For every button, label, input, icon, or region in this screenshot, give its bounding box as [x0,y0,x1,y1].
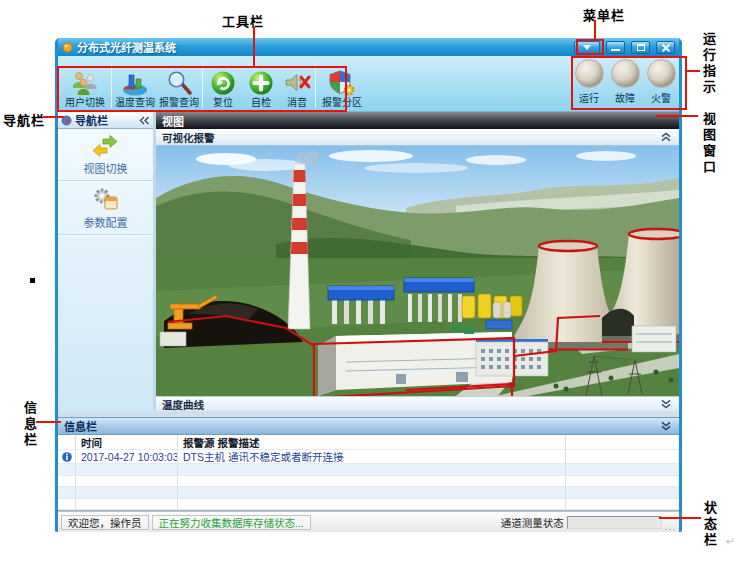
info-icon [62,452,72,462]
table-row[interactable]: 2017-04-27 10:03:03 DTS主机 通讯不稳定或者断开连接 [58,450,679,464]
alarm-search-icon [164,69,194,97]
document-page: 分布式光纤测温系统 用户切换 [0,0,752,566]
view-pane: 视图 可视化报警 [156,112,679,411]
resize-grip[interactable]: ... [665,522,676,532]
collapse-left-icon[interactable] [138,116,150,125]
table-row-empty[interactable] [58,476,679,488]
view-switch-icon [92,134,120,158]
parameter-config-icon [92,186,120,212]
chevron-double-up-icon[interactable] [659,132,673,142]
main-area: 导航栏 视图切换 [58,112,679,411]
stray-bullet-square [30,278,35,283]
self-test-icon [246,69,276,97]
annotation-line-nav [43,116,64,118]
view-header: 视图 [156,112,679,129]
fault-lamp-icon [611,59,640,88]
visual-alarm-view[interactable] [156,146,679,396]
user-switch-button[interactable]: 用户切换 [60,60,110,110]
channel-status-progress [567,516,662,529]
navigation-pane: 导航栏 视图切换 [58,112,153,411]
minimize-icon [611,49,620,51]
callout-menu-bar: 菜单栏 [583,5,625,24]
welcome-status: 欢迎您，操作员 [61,515,149,530]
stray-paragraph-mark: ↵ [726,535,735,548]
toolbar-separator [315,62,316,108]
db-collect-status: 正在努力收集数据库存储状态... [152,515,311,530]
indicator-fault: 故障 [610,59,640,105]
table-header-row: 时间 报警源 报警描述 [58,435,679,450]
users-icon [70,69,100,97]
temperature-query-button[interactable]: 温度查询 [113,60,157,110]
visual-alarm-bar[interactable]: 可视化报警 [156,129,679,146]
mute-icon [282,69,312,97]
callout-view-window: 视图窗口 [699,112,718,176]
self-test-button[interactable]: 自检 [242,60,280,110]
reset-button[interactable]: 复位 [204,60,242,110]
status-bar: 欢迎您，操作员 正在努力收集数据库存储状态... 通道测量状态 ... [58,511,679,532]
reset-icon [208,69,238,97]
annotation-line-toolbar [253,27,255,67]
callout-info-bar: 信息栏 [20,401,39,449]
alarm-zone-shield-icon [327,69,357,97]
annotation-line-view-window [656,115,698,117]
alarm-zone-button[interactable]: 报警分区 [317,60,367,110]
title-bar[interactable]: 分布式光纤测温系统 [58,38,679,56]
mute-button[interactable]: 消音 [280,60,314,110]
callout-toolbar: 工具栏 [222,11,264,30]
run-indicators: 运行 故障 火警 [574,59,676,105]
chevron-double-down-icon[interactable] [659,399,673,409]
table-row-empty[interactable] [58,487,679,499]
menu-dropdown-button[interactable] [574,41,600,54]
toolbar: 用户切换 温度查询 报警查询 [58,56,679,112]
column-time[interactable]: 时间 [76,435,178,449]
alarm-description: DTS主机 通讯不稳定或者断开连接 [178,450,566,463]
info-bar-header[interactable]: 信息栏 [58,417,679,435]
chevron-double-down-icon[interactable] [659,421,673,431]
callout-run-indicator: 运行指示 [699,32,718,96]
indicator-run: 运行 [574,59,604,105]
window-title: 分布式光纤测温系统 [77,39,570,55]
toolbar-separator [202,62,203,108]
nav-item-view-switch[interactable]: 视图切换 [58,129,153,181]
fire-lamp-icon [647,59,676,88]
nav-body: 视图切换 参数配置 [58,129,153,411]
annotation-line-menu [594,20,596,39]
nav-title: 导航栏 [75,112,135,128]
toolbar-separator [111,62,112,108]
temperature-chart-icon [120,69,150,97]
maximize-icon [637,44,645,51]
channel-status-label: 通道测量状态 [501,515,564,530]
minimize-button[interactable] [606,41,625,54]
app-icon [62,42,73,53]
close-button[interactable] [656,41,675,54]
column-source-desc[interactable]: 报警源 报警描述 [178,435,566,449]
table-row-empty[interactable] [58,499,679,511]
plant-3d-scene [156,146,679,396]
alarm-query-button[interactable]: 报警查询 [157,60,201,110]
chevron-down-icon [583,45,591,50]
maximize-button[interactable] [631,41,650,54]
run-lamp-icon [575,59,604,88]
nav-item-parameter-config[interactable]: 参数配置 [58,181,153,235]
temperature-curve-bar[interactable]: 温度曲线 [156,396,679,411]
view-title: 视图 [162,113,184,129]
annotation-line-status [659,517,701,519]
callout-status-bar: 状态栏 [700,501,719,549]
indicator-fire: 火警 [646,59,676,105]
alarm-time: 2017-04-27 10:03:03 [76,450,178,463]
table-row-empty[interactable] [58,464,679,476]
nav-header: 导航栏 [58,112,153,129]
alarm-table: 时间 报警源 报警描述 2017-04-27 10:03:03 DTS主机 通讯… [58,435,679,511]
annotation-line-info [36,421,61,423]
callout-nav-bar: 导航栏 [3,110,45,129]
app-window: 分布式光纤测温系统 用户切换 [55,38,682,532]
